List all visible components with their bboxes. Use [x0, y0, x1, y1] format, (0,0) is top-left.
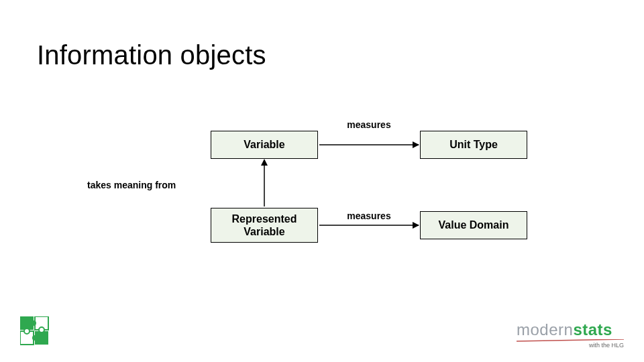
node-variable: Variable: [211, 131, 318, 159]
modernstats-logo: modernstats with the HLG: [517, 320, 624, 349]
brand-part-2: odern: [531, 320, 574, 339]
brand-part-3: stats: [573, 320, 612, 339]
svg-point-5: [39, 327, 44, 333]
brand-part-1: m: [517, 320, 531, 339]
brand-subtitle: with the HLG: [517, 342, 624, 349]
node-variable-label: Variable: [244, 138, 284, 151]
node-unit-type-label: Unit Type: [449, 138, 498, 151]
svg-point-4: [31, 320, 36, 326]
label-measures-top: measures: [345, 119, 392, 130]
node-value-domain-label: Value Domain: [439, 219, 509, 231]
node-represented-variable-label: Represented Variable: [232, 213, 297, 238]
svg-line-8: [517, 339, 624, 341]
svg-point-7: [32, 335, 38, 341]
svg-point-6: [24, 328, 30, 334]
label-takes-meaning-from: takes meaning from: [87, 180, 176, 190]
node-value-domain: Value Domain: [420, 211, 527, 239]
label-measures-bottom: measures: [345, 210, 392, 221]
arrowhead-up: [261, 159, 268, 166]
slide-title: Information objects: [37, 40, 266, 70]
node-represented-variable: Represented Variable: [211, 208, 318, 243]
node-unit-type: Unit Type: [420, 131, 527, 159]
puzzle-icon: [20, 316, 50, 349]
